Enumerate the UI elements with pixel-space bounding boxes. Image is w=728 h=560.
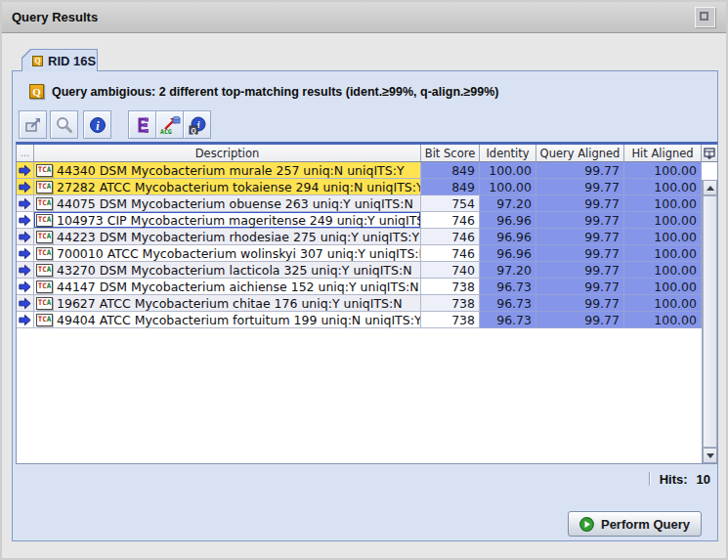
- sequence-icon: TCA: [36, 231, 53, 243]
- table-row[interactable]: TCA 27282 ATCC Mycobacterium tokaiense 2…: [17, 179, 717, 195]
- column-header-hit-aligned[interactable]: Hit Aligned: [624, 145, 702, 162]
- query-aligned-cell: 99.77: [536, 212, 624, 229]
- fragment-button[interactable]: [128, 110, 156, 139]
- description-cell: TCA 104973 CIP Mycobacterium mageritense…: [34, 212, 421, 229]
- row-arrow-icon[interactable]: [18, 213, 32, 228]
- table-row[interactable]: TCA 49404 ATCC Mycobacterium fortuitum 1…: [17, 312, 717, 328]
- vertical-scrollbar[interactable]: [702, 180, 717, 463]
- table-row[interactable]: TCA 700010 ATCC Mycobacterium wolinskyi …: [17, 245, 717, 262]
- query-info-icon: i Q: [187, 114, 208, 136]
- hits-separator: [649, 472, 651, 486]
- identity-cell: 96.73: [480, 279, 536, 295]
- scrollbar-thumb[interactable]: [703, 195, 717, 448]
- table-row[interactable]: TCA 44075 DSM Mycobacterium obuense 263 …: [17, 195, 717, 212]
- export-icon: [22, 114, 44, 136]
- hit-aligned-cell: 100.00: [624, 245, 702, 262]
- row-arrow-icon[interactable]: [18, 163, 32, 178]
- row-arrow-icon[interactable]: [18, 313, 32, 327]
- identity-cell: 96.96: [480, 212, 536, 229]
- column-header-description[interactable]: Description: [34, 145, 421, 162]
- hit-aligned-cell: 100.00: [624, 195, 702, 212]
- query-aligned-cell: 99.77: [536, 229, 624, 245]
- row-arrow-icon[interactable]: [18, 230, 32, 244]
- query-aligned-cell: 99.77: [536, 245, 624, 262]
- description-cell: TCA 43270 DSM Mycobacterium lacticola 32…: [34, 262, 421, 279]
- column-header-identity[interactable]: Identity: [480, 145, 536, 162]
- description-cell: TCA 44075 DSM Mycobacterium obuense 263 …: [34, 195, 421, 212]
- column-settings-button[interactable]: [702, 145, 717, 162]
- tab-content-panel: Q Query ambigious: 2 different top-match…: [12, 70, 718, 541]
- zoom-button[interactable]: [50, 110, 78, 139]
- description-cell: TCA 700010 ATCC Mycobacterium wolinskyi …: [34, 245, 421, 262]
- hits-value: 10: [697, 472, 710, 487]
- scroll-up-button[interactable]: [703, 180, 717, 195]
- sequence-icon: TCA: [36, 280, 53, 293]
- hit-aligned-cell: 100.00: [624, 212, 702, 229]
- identity-cell: 97.20: [480, 195, 536, 212]
- row-arrow-icon[interactable]: [18, 280, 32, 294]
- export-button[interactable]: [19, 110, 47, 139]
- query-aligned-cell: 99.77: [536, 195, 624, 212]
- blast-sequence-button[interactable]: ACG: [155, 110, 184, 139]
- table-row[interactable]: TCA 104973 CIP Mycobacterium mageritense…: [17, 212, 717, 229]
- description-cell: TCA 19627 ATCC Mycobacterium chitae 176 …: [34, 295, 421, 312]
- description-cell: TCA 44223 DSM Mycobacterium rhodesiae 27…: [34, 229, 421, 245]
- description-cell: TCA 44340 DSM Mycobacterium murale 257 u…: [34, 162, 421, 179]
- description-text: 44147 DSM Mycobacterium aichiense 152 un…: [57, 280, 419, 294]
- window-title: Query Results: [12, 10, 98, 24]
- hit-aligned-cell: 100.00: [624, 162, 702, 179]
- column-header-handle[interactable]: ...: [17, 145, 34, 162]
- maximize-button[interactable]: [695, 7, 715, 27]
- table-rows: TCA 44340 DSM Mycobacterium murale 257 u…: [17, 162, 717, 328]
- description-text: 104973 CIP Mycobacterium mageritense 249…: [57, 213, 420, 228]
- row-arrow-icon[interactable]: [18, 246, 32, 261]
- warning-text: Query ambigious: 2 different top-matchin…: [52, 85, 499, 99]
- query-results-window: Query Results Q RID 16S Q Query ambigiou…: [0, 0, 728, 560]
- bit-score-cell: 738: [421, 279, 480, 295]
- perform-query-label: Perform Query: [601, 517, 690, 532]
- table-row[interactable]: TCA 44223 DSM Mycobacterium rhodesiae 27…: [17, 229, 717, 245]
- info-button[interactable]: i: [83, 110, 111, 139]
- row-arrow-icon[interactable]: [18, 196, 32, 211]
- identity-cell: 96.73: [480, 312, 536, 328]
- tab-rid-16s[interactable]: Q RID 16S: [21, 49, 98, 71]
- description-text: 700010 ATCC Mycobacterium wolinskyi 307 …: [57, 246, 420, 261]
- identity-cell: 96.73: [480, 295, 536, 312]
- identity-cell: 96.96: [480, 245, 536, 262]
- table-row[interactable]: TCA 44147 DSM Mycobacterium aichiense 15…: [17, 279, 717, 295]
- table-body: TCA 44340 DSM Mycobacterium murale 257 u…: [17, 162, 717, 463]
- sequence-icon: TCA: [36, 247, 53, 260]
- description-text: 49404 ATCC Mycobacterium fortuitum 199 u…: [57, 313, 420, 327]
- info-icon: i: [87, 114, 108, 136]
- column-header-query-aligned[interactable]: Query Aligned: [536, 145, 624, 162]
- table-row[interactable]: TCA 19627 ATCC Mycobacterium chitae 176 …: [17, 295, 717, 312]
- query-aligned-cell: 99.77: [536, 295, 624, 312]
- play-icon: [579, 517, 594, 532]
- sequence-icon: TCA: [36, 297, 53, 310]
- column-header-bit-score[interactable]: Bit Score: [421, 145, 480, 162]
- query-ambiguous-message: Q Query ambigious: 2 different top-match…: [29, 84, 499, 99]
- sequence-icon: TCA: [36, 264, 53, 277]
- query-aligned-cell: 99.77: [536, 179, 624, 195]
- row-arrow-icon[interactable]: [18, 263, 32, 278]
- table-row[interactable]: TCA 44340 DSM Mycobacterium murale 257 u…: [17, 162, 717, 179]
- table-row[interactable]: TCA 43270 DSM Mycobacterium lacticola 32…: [17, 262, 717, 279]
- row-arrow-icon[interactable]: [18, 296, 32, 311]
- description-cell: TCA 27282 ATCC Mycobacterium tokaiense 2…: [34, 179, 421, 195]
- bit-score-cell: 746: [421, 212, 480, 229]
- description-cell: TCA 44147 DSM Mycobacterium aichiense 15…: [34, 279, 421, 295]
- hit-aligned-cell: 100.00: [624, 179, 702, 195]
- table-header: ... Description Bit Score Identity Query…: [17, 145, 717, 162]
- query-aligned-cell: 99.77: [536, 262, 624, 279]
- identity-cell: 100.00: [480, 162, 536, 179]
- titlebar: Query Results: [2, 2, 726, 33]
- scroll-down-button[interactable]: [703, 448, 717, 463]
- query-info-button[interactable]: i Q: [183, 110, 211, 139]
- magnifier-icon: [54, 114, 75, 136]
- sequence-icon: TCA: [36, 164, 53, 177]
- perform-query-button[interactable]: Perform Query: [568, 511, 702, 537]
- description-text: 44340 DSM Mycobacterium murale 257 uniq:…: [57, 163, 405, 178]
- sequence-icon: TCA: [36, 214, 53, 227]
- description-text: 43270 DSM Mycobacterium lacticola 325 un…: [57, 263, 411, 278]
- row-arrow-icon[interactable]: [18, 180, 32, 194]
